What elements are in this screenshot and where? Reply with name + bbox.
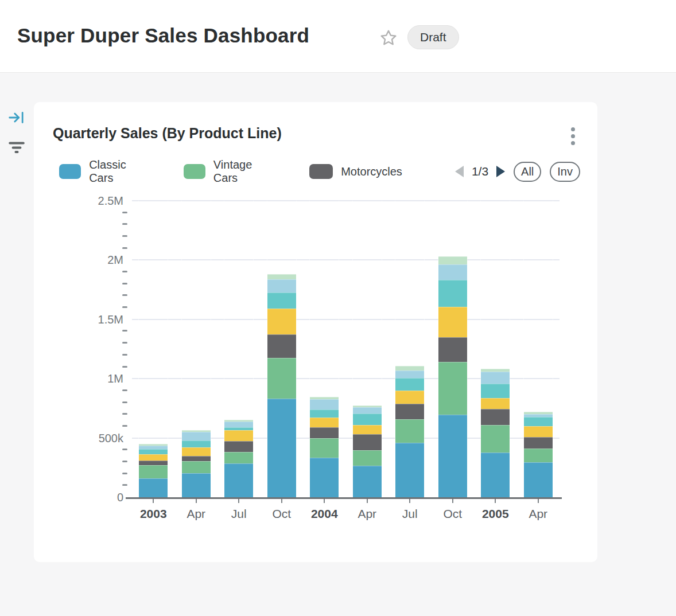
stacked-bar [523, 201, 553, 497]
stacked-bar [480, 201, 510, 497]
bar-segment[interactable] [310, 427, 339, 438]
y-axis-label: 1.5M [83, 314, 123, 325]
bar-segment[interactable] [481, 372, 510, 383]
bar-segment[interactable] [310, 438, 339, 458]
bar-segment[interactable] [438, 337, 467, 362]
y-axis-label: 2.5M [83, 195, 123, 206]
bar-segment[interactable] [395, 366, 424, 371]
bar-segment[interactable] [267, 309, 296, 335]
bar-segment[interactable] [267, 293, 296, 309]
bar-segment[interactable] [438, 264, 467, 280]
bar-segment[interactable] [395, 371, 424, 378]
x-axis-tick [538, 499, 539, 503]
bar-segment[interactable] [395, 378, 424, 391]
bar-segment[interactable] [310, 418, 339, 427]
top-header: Super Duper Sales Dashboard Draft [0, 0, 676, 73]
bar-segment[interactable] [310, 399, 339, 410]
card-menu-icon[interactable] [565, 124, 580, 148]
bar-segment[interactable] [224, 430, 253, 441]
bar-segment[interactable] [438, 280, 467, 307]
bar-segment[interactable] [438, 256, 467, 264]
bar-segment[interactable] [267, 274, 296, 279]
expand-panel-icon[interactable] [8, 109, 25, 126]
legend-item-vintage-cars[interactable]: Vintage Cars [184, 158, 275, 185]
bar-segment[interactable] [139, 478, 168, 497]
bar-segment[interactable] [438, 362, 467, 415]
y-minor-tick [122, 425, 127, 427]
x-axis-tick [452, 499, 453, 503]
legend-prev-icon[interactable] [455, 166, 464, 177]
bar-segment[interactable] [267, 358, 296, 399]
bar-segment[interactable] [353, 434, 382, 450]
bar-segment[interactable] [139, 465, 168, 478]
bar-segment[interactable] [224, 463, 253, 497]
x-axis-label: Jul [388, 507, 432, 521]
favorite-star-icon[interactable] [379, 29, 398, 47]
legend-item-motorcycles[interactable]: Motorcycles [309, 164, 402, 179]
bar-segment[interactable] [481, 409, 510, 425]
bar-segment[interactable] [353, 450, 382, 466]
x-axis-tick [281, 499, 282, 503]
bar-segment[interactable] [182, 440, 211, 447]
y-minor-tick [122, 294, 127, 296]
bar-segment[interactable] [139, 449, 168, 455]
x-axis-label: Apr [174, 507, 218, 521]
bar-segment[interactable] [524, 417, 553, 426]
stacked-bar [352, 201, 382, 497]
x-axis-tick [324, 499, 325, 503]
bar-segment[interactable] [353, 466, 382, 497]
stacked-bar [267, 201, 297, 497]
x-axis-label: 2004 [302, 507, 346, 521]
bar-segment[interactable] [481, 384, 510, 398]
bar-segment[interactable] [524, 426, 553, 437]
bar-segment[interactable] [481, 398, 510, 409]
chart-card: Quarterly Sales (By Product Line) Classi… [34, 102, 597, 562]
y-minor-tick [122, 401, 127, 403]
x-axis-tick [196, 499, 197, 503]
bar-segment[interactable] [395, 419, 424, 443]
bar-segment[interactable] [267, 279, 296, 293]
y-minor-tick [122, 271, 127, 272]
bar-segment[interactable] [182, 473, 211, 497]
bar-segment[interactable] [438, 415, 467, 497]
bar-segment[interactable] [267, 334, 296, 358]
y-minor-tick [122, 247, 127, 249]
bar-segment[interactable] [353, 414, 382, 425]
legend-invert-button[interactable]: Inv [550, 162, 580, 182]
bar-segment[interactable] [395, 391, 424, 404]
filter-icon[interactable] [8, 139, 25, 156]
bar-segment[interactable] [481, 453, 510, 497]
y-minor-tick [122, 389, 127, 391]
bar-segment[interactable] [524, 462, 553, 497]
bar-segment[interactable] [524, 437, 553, 449]
bar-segment[interactable] [139, 461, 168, 465]
y-axis-label: 500k [83, 432, 123, 444]
status-badge: Draft [407, 25, 459, 49]
x-axis-tick [153, 499, 154, 503]
y-minor-tick [122, 354, 127, 356]
bar-segment[interactable] [224, 441, 253, 451]
bar-segment[interactable] [481, 425, 510, 453]
bar-segment[interactable] [224, 452, 253, 463]
legend-next-icon[interactable] [496, 166, 505, 177]
bar-segment[interactable] [438, 307, 467, 338]
bar-segment[interactable] [182, 461, 211, 473]
bar-segment[interactable] [353, 407, 382, 414]
bar-segment[interactable] [267, 399, 296, 497]
bar-segment[interactable] [139, 454, 168, 461]
bar-segment[interactable] [182, 447, 211, 457]
y-minor-tick [122, 366, 127, 368]
y-minor-tick [122, 342, 127, 344]
bar-segment[interactable] [395, 404, 424, 419]
bar-segment[interactable] [395, 443, 424, 497]
bar-segment[interactable] [182, 432, 211, 440]
bar-segment[interactable] [310, 410, 339, 418]
bar-segment[interactable] [182, 456, 211, 461]
bar-segment[interactable] [310, 458, 339, 497]
legend-item-classic-cars[interactable]: Classic Cars [59, 158, 149, 185]
bar-segment[interactable] [353, 425, 382, 435]
x-axis-tick [495, 499, 496, 503]
bar-segment[interactable] [224, 422, 253, 427]
legend-select-all-button[interactable]: All [514, 162, 541, 182]
bar-segment[interactable] [524, 449, 553, 462]
